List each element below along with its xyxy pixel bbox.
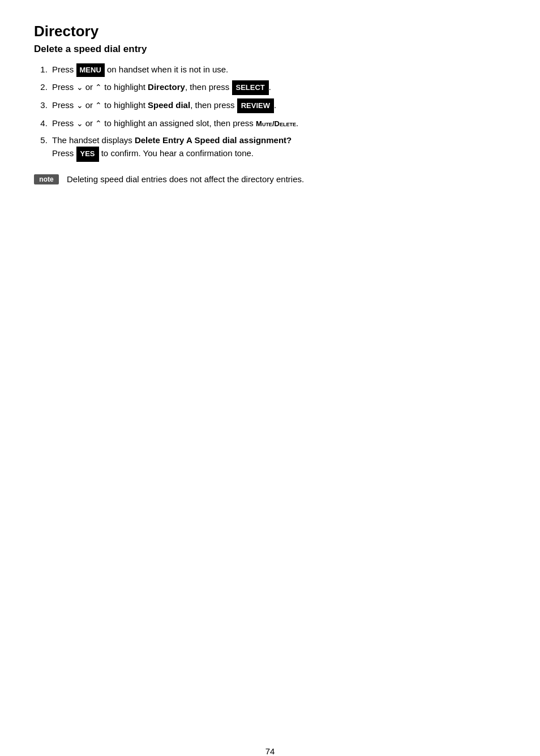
arrow-down-icon: ⌄ <box>76 83 83 92</box>
display-message: Delete Entry A Speed dial assignment? <box>135 135 292 145</box>
menu-key: MENU <box>76 63 105 77</box>
note-text: Deleting speed dial entries does not aff… <box>67 173 304 186</box>
arrow-up-icon: ⌃ <box>95 101 102 110</box>
yes-key: YES <box>76 147 99 161</box>
arrow-up-icon: ⌃ <box>95 119 102 128</box>
step-1: Press MENU on handset when it is not in … <box>50 63 506 77</box>
steps-list: Press MENU on handset when it is not in … <box>50 63 506 162</box>
step-5: The handset displays Delete Entry A Spee… <box>50 134 506 161</box>
step-2: Press ⌄ or ⌃ to highlight Directory, the… <box>50 80 506 95</box>
step-3: Press ⌄ or ⌃ to highlight Speed dial, th… <box>50 98 506 113</box>
speed-dial-text: Speed dial <box>148 100 190 110</box>
page-title: Directory <box>34 23 506 40</box>
note-box: note Deleting speed dial entries does no… <box>34 173 506 186</box>
review-key: REVIEW <box>237 98 274 113</box>
note-label: note <box>34 174 59 184</box>
directory-text: Directory <box>148 82 185 92</box>
arrow-up-icon: ⌃ <box>95 83 102 92</box>
mute-delete-key: Mute/Delete <box>256 119 296 128</box>
select-key: SELECT <box>232 80 269 95</box>
arrow-down-icon: ⌄ <box>76 119 83 128</box>
step-4: Press ⌄ or ⌃ to highlight an assigned sl… <box>50 117 506 130</box>
section-title: Delete a speed dial entry <box>34 44 506 55</box>
page-number: 74 <box>265 746 275 756</box>
arrow-down-icon: ⌄ <box>76 101 83 110</box>
page-wrapper: Directory Delete a speed dial entry Pres… <box>34 23 506 756</box>
